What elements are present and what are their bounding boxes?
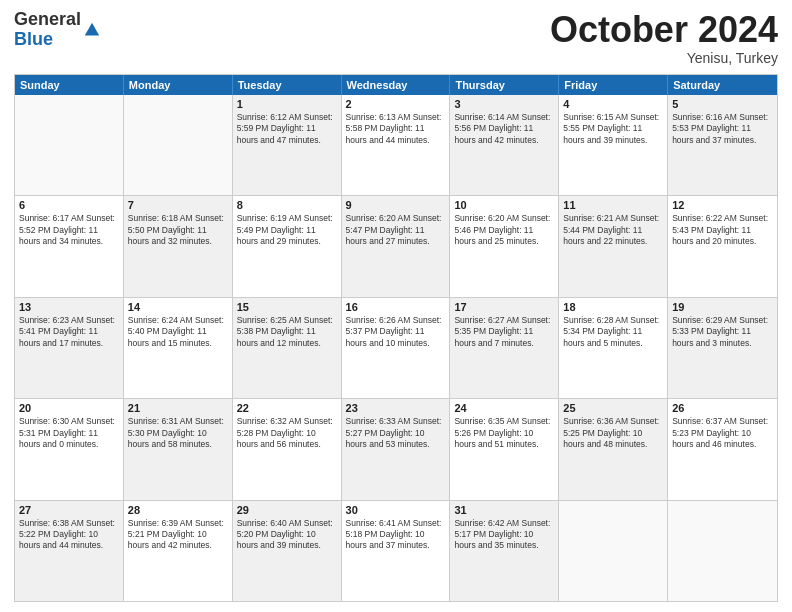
calendar-cell: 8Sunrise: 6:19 AM Sunset: 5:49 PM Daylig… bbox=[233, 196, 342, 296]
calendar-body: 1Sunrise: 6:12 AM Sunset: 5:59 PM Daylig… bbox=[15, 95, 777, 601]
day-number: 10 bbox=[454, 199, 554, 211]
day-number: 21 bbox=[128, 402, 228, 414]
cell-info: Sunrise: 6:25 AM Sunset: 5:38 PM Dayligh… bbox=[237, 315, 337, 349]
cell-info: Sunrise: 6:12 AM Sunset: 5:59 PM Dayligh… bbox=[237, 112, 337, 146]
calendar: SundayMondayTuesdayWednesdayThursdayFrid… bbox=[14, 74, 778, 602]
day-number: 26 bbox=[672, 402, 773, 414]
cell-info: Sunrise: 6:40 AM Sunset: 5:20 PM Dayligh… bbox=[237, 518, 337, 552]
day-number: 31 bbox=[454, 504, 554, 516]
calendar-cell bbox=[559, 501, 668, 601]
header: General Blue October 2024 Yenisu, Turkey bbox=[14, 10, 778, 66]
cell-info: Sunrise: 6:33 AM Sunset: 5:27 PM Dayligh… bbox=[346, 416, 446, 450]
calendar-cell bbox=[124, 95, 233, 195]
calendar-cell: 9Sunrise: 6:20 AM Sunset: 5:47 PM Daylig… bbox=[342, 196, 451, 296]
day-number: 23 bbox=[346, 402, 446, 414]
calendar-cell: 22Sunrise: 6:32 AM Sunset: 5:28 PM Dayli… bbox=[233, 399, 342, 499]
location: Yenisu, Turkey bbox=[550, 50, 778, 66]
cell-info: Sunrise: 6:13 AM Sunset: 5:58 PM Dayligh… bbox=[346, 112, 446, 146]
cell-info: Sunrise: 6:39 AM Sunset: 5:21 PM Dayligh… bbox=[128, 518, 228, 552]
calendar-cell: 6Sunrise: 6:17 AM Sunset: 5:52 PM Daylig… bbox=[15, 196, 124, 296]
calendar-cell: 26Sunrise: 6:37 AM Sunset: 5:23 PM Dayli… bbox=[668, 399, 777, 499]
cell-info: Sunrise: 6:21 AM Sunset: 5:44 PM Dayligh… bbox=[563, 213, 663, 247]
day-number: 20 bbox=[19, 402, 119, 414]
cell-info: Sunrise: 6:38 AM Sunset: 5:22 PM Dayligh… bbox=[19, 518, 119, 552]
day-number: 11 bbox=[563, 199, 663, 211]
calendar-row: 13Sunrise: 6:23 AM Sunset: 5:41 PM Dayli… bbox=[15, 297, 777, 398]
calendar-cell: 28Sunrise: 6:39 AM Sunset: 5:21 PM Dayli… bbox=[124, 501, 233, 601]
calendar-cell bbox=[668, 501, 777, 601]
calendar-row: 27Sunrise: 6:38 AM Sunset: 5:22 PM Dayli… bbox=[15, 500, 777, 601]
cell-info: Sunrise: 6:29 AM Sunset: 5:33 PM Dayligh… bbox=[672, 315, 773, 349]
cell-info: Sunrise: 6:15 AM Sunset: 5:55 PM Dayligh… bbox=[563, 112, 663, 146]
calendar-row: 1Sunrise: 6:12 AM Sunset: 5:59 PM Daylig… bbox=[15, 95, 777, 195]
cell-info: Sunrise: 6:22 AM Sunset: 5:43 PM Dayligh… bbox=[672, 213, 773, 247]
calendar-header: SundayMondayTuesdayWednesdayThursdayFrid… bbox=[15, 75, 777, 95]
cell-info: Sunrise: 6:26 AM Sunset: 5:37 PM Dayligh… bbox=[346, 315, 446, 349]
calendar-cell: 19Sunrise: 6:29 AM Sunset: 5:33 PM Dayli… bbox=[668, 298, 777, 398]
day-number: 9 bbox=[346, 199, 446, 211]
day-number: 28 bbox=[128, 504, 228, 516]
calendar-cell: 29Sunrise: 6:40 AM Sunset: 5:20 PM Dayli… bbox=[233, 501, 342, 601]
calendar-cell: 27Sunrise: 6:38 AM Sunset: 5:22 PM Dayli… bbox=[15, 501, 124, 601]
calendar-cell: 12Sunrise: 6:22 AM Sunset: 5:43 PM Dayli… bbox=[668, 196, 777, 296]
cell-info: Sunrise: 6:42 AM Sunset: 5:17 PM Dayligh… bbox=[454, 518, 554, 552]
cell-info: Sunrise: 6:20 AM Sunset: 5:47 PM Dayligh… bbox=[346, 213, 446, 247]
calendar-cell: 1Sunrise: 6:12 AM Sunset: 5:59 PM Daylig… bbox=[233, 95, 342, 195]
page: General Blue October 2024 Yenisu, Turkey… bbox=[0, 0, 792, 612]
calendar-cell: 2Sunrise: 6:13 AM Sunset: 5:58 PM Daylig… bbox=[342, 95, 451, 195]
calendar-cell: 24Sunrise: 6:35 AM Sunset: 5:26 PM Dayli… bbox=[450, 399, 559, 499]
day-number: 7 bbox=[128, 199, 228, 211]
cell-info: Sunrise: 6:36 AM Sunset: 5:25 PM Dayligh… bbox=[563, 416, 663, 450]
day-number: 22 bbox=[237, 402, 337, 414]
calendar-cell: 3Sunrise: 6:14 AM Sunset: 5:56 PM Daylig… bbox=[450, 95, 559, 195]
calendar-cell: 4Sunrise: 6:15 AM Sunset: 5:55 PM Daylig… bbox=[559, 95, 668, 195]
day-number: 29 bbox=[237, 504, 337, 516]
calendar-cell: 25Sunrise: 6:36 AM Sunset: 5:25 PM Dayli… bbox=[559, 399, 668, 499]
calendar-cell: 10Sunrise: 6:20 AM Sunset: 5:46 PM Dayli… bbox=[450, 196, 559, 296]
day-number: 2 bbox=[346, 98, 446, 110]
calendar-cell: 7Sunrise: 6:18 AM Sunset: 5:50 PM Daylig… bbox=[124, 196, 233, 296]
cell-info: Sunrise: 6:28 AM Sunset: 5:34 PM Dayligh… bbox=[563, 315, 663, 349]
logo-blue: Blue bbox=[14, 29, 53, 49]
calendar-row: 6Sunrise: 6:17 AM Sunset: 5:52 PM Daylig… bbox=[15, 195, 777, 296]
calendar-cell: 21Sunrise: 6:31 AM Sunset: 5:30 PM Dayli… bbox=[124, 399, 233, 499]
cell-info: Sunrise: 6:18 AM Sunset: 5:50 PM Dayligh… bbox=[128, 213, 228, 247]
day-number: 19 bbox=[672, 301, 773, 313]
day-number: 14 bbox=[128, 301, 228, 313]
calendar-cell: 30Sunrise: 6:41 AM Sunset: 5:18 PM Dayli… bbox=[342, 501, 451, 601]
cell-info: Sunrise: 6:27 AM Sunset: 5:35 PM Dayligh… bbox=[454, 315, 554, 349]
calendar-cell: 13Sunrise: 6:23 AM Sunset: 5:41 PM Dayli… bbox=[15, 298, 124, 398]
calendar-cell: 16Sunrise: 6:26 AM Sunset: 5:37 PM Dayli… bbox=[342, 298, 451, 398]
weekday-header: Wednesday bbox=[342, 75, 451, 95]
weekday-header: Monday bbox=[124, 75, 233, 95]
calendar-cell: 5Sunrise: 6:16 AM Sunset: 5:53 PM Daylig… bbox=[668, 95, 777, 195]
month-title: October 2024 bbox=[550, 10, 778, 50]
day-number: 6 bbox=[19, 199, 119, 211]
day-number: 8 bbox=[237, 199, 337, 211]
day-number: 12 bbox=[672, 199, 773, 211]
calendar-cell: 11Sunrise: 6:21 AM Sunset: 5:44 PM Dayli… bbox=[559, 196, 668, 296]
cell-info: Sunrise: 6:23 AM Sunset: 5:41 PM Dayligh… bbox=[19, 315, 119, 349]
calendar-cell: 17Sunrise: 6:27 AM Sunset: 5:35 PM Dayli… bbox=[450, 298, 559, 398]
weekday-header: Thursday bbox=[450, 75, 559, 95]
calendar-cell: 14Sunrise: 6:24 AM Sunset: 5:40 PM Dayli… bbox=[124, 298, 233, 398]
day-number: 17 bbox=[454, 301, 554, 313]
logo: General Blue bbox=[14, 10, 101, 50]
cell-info: Sunrise: 6:37 AM Sunset: 5:23 PM Dayligh… bbox=[672, 416, 773, 450]
cell-info: Sunrise: 6:24 AM Sunset: 5:40 PM Dayligh… bbox=[128, 315, 228, 349]
cell-info: Sunrise: 6:14 AM Sunset: 5:56 PM Dayligh… bbox=[454, 112, 554, 146]
day-number: 4 bbox=[563, 98, 663, 110]
cell-info: Sunrise: 6:19 AM Sunset: 5:49 PM Dayligh… bbox=[237, 213, 337, 247]
day-number: 24 bbox=[454, 402, 554, 414]
cell-info: Sunrise: 6:31 AM Sunset: 5:30 PM Dayligh… bbox=[128, 416, 228, 450]
calendar-cell: 15Sunrise: 6:25 AM Sunset: 5:38 PM Dayli… bbox=[233, 298, 342, 398]
svg-marker-0 bbox=[85, 23, 99, 36]
cell-info: Sunrise: 6:32 AM Sunset: 5:28 PM Dayligh… bbox=[237, 416, 337, 450]
cell-info: Sunrise: 6:41 AM Sunset: 5:18 PM Dayligh… bbox=[346, 518, 446, 552]
day-number: 13 bbox=[19, 301, 119, 313]
day-number: 25 bbox=[563, 402, 663, 414]
day-number: 3 bbox=[454, 98, 554, 110]
weekday-header: Friday bbox=[559, 75, 668, 95]
calendar-cell: 23Sunrise: 6:33 AM Sunset: 5:27 PM Dayli… bbox=[342, 399, 451, 499]
day-number: 16 bbox=[346, 301, 446, 313]
